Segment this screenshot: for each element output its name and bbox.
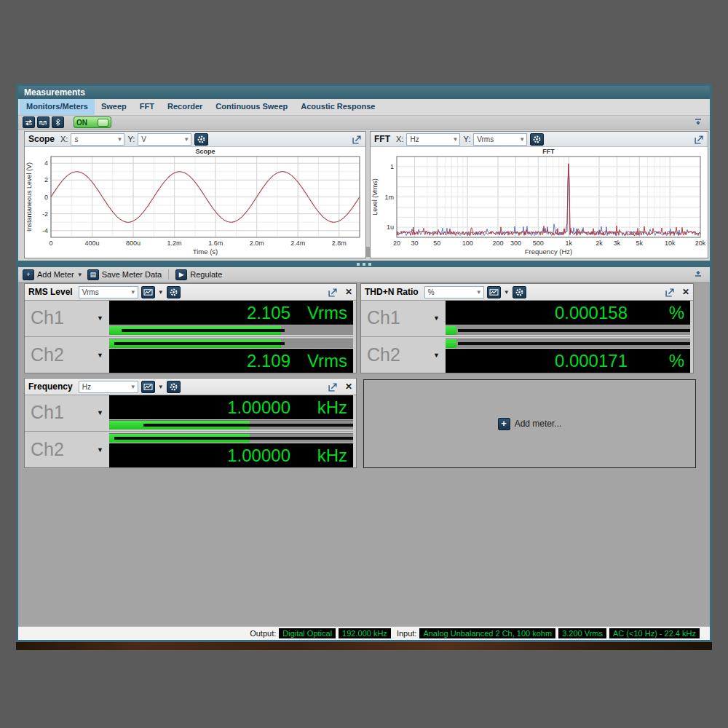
scope-panel-header: Scope X: s▼ Y: V▼ (25, 132, 365, 147)
rms-popout-icon[interactable] (328, 288, 338, 297)
scope-x-unit-select[interactable]: s▼ (71, 133, 124, 146)
meter-value: 2.105 (247, 303, 290, 323)
chevron-down-icon: ▼ (97, 314, 103, 322)
frequency-popout-icon[interactable] (328, 382, 338, 392)
rms-unit-select[interactable]: Vrms▼ (79, 286, 138, 298)
svg-text:1m: 1m (384, 194, 394, 201)
thd-ch1-selector[interactable]: Ch1 ▼ (361, 300, 446, 336)
rms-ch1-selector[interactable]: Ch1 ▼ (25, 300, 109, 336)
meter-channel-row: Ch1 ▼ 1.00000 kHz (25, 395, 353, 430)
close-icon[interactable]: ✕ (345, 381, 352, 392)
thd-ch2-selector[interactable]: Ch2 ▼ (361, 337, 446, 373)
svg-text:1k: 1k (565, 240, 572, 247)
svg-text:20k: 20k (695, 240, 706, 247)
scope-y-label: Y: (127, 135, 135, 143)
fft-y-unit-value: Vrms (477, 135, 494, 143)
tab-fft[interactable]: FFT (133, 99, 161, 115)
rms-ch2-selector[interactable]: Ch2 ▼ (25, 337, 109, 373)
meter-unit: % (628, 351, 684, 371)
svg-text:1: 1 (390, 163, 394, 170)
channel-name: Ch1 (31, 402, 64, 423)
bluetooth-icon[interactable] (52, 116, 64, 128)
display-mode-icon[interactable] (487, 286, 501, 298)
freq-ch2-display: 1.00000 kHz (109, 443, 353, 467)
output-device-badge[interactable]: Digital Optical (279, 628, 336, 638)
thd-popout-icon[interactable] (665, 288, 675, 297)
add-meter-button[interactable]: + Add Meter ▼ (23, 269, 83, 280)
thd-meter-title: THD+N Ratio (365, 287, 419, 297)
display-mode-icon[interactable] (141, 381, 155, 393)
display-mode-icon[interactable] (141, 286, 155, 298)
add-meter-placeholder[interactable]: + Add meter... (363, 379, 696, 468)
scope-x-label: X: (60, 135, 68, 143)
meters-area: RMS Level Vrms▼ ▼ ✕ (18, 282, 710, 627)
svg-text:1.6m: 1.6m (208, 240, 223, 247)
scope-panel-title: Scope (28, 134, 55, 144)
svg-text:Frequency (Hz): Frequency (Hz) (525, 248, 572, 256)
fft-panel-title: FFT (374, 134, 390, 144)
svg-text:30: 30 (411, 240, 418, 247)
tab-sweep[interactable]: Sweep (95, 99, 133, 115)
meter-bar (109, 433, 353, 443)
svg-text:20: 20 (393, 240, 400, 247)
generator-waveform-icon[interactable] (37, 116, 50, 128)
chevron-down-icon[interactable]: ▼ (158, 289, 164, 296)
frequency-unit-select[interactable]: Hz▼ (79, 381, 138, 393)
svg-text:-2: -2 (42, 210, 48, 218)
regulate-button[interactable]: ▶ Regulate (175, 269, 222, 280)
scope-x-unit-value: s (74, 135, 78, 143)
chevron-down-icon: ▼ (130, 289, 136, 296)
status-bar: Output: Digital Optical 192.000 kHz Inpu… (18, 626, 710, 640)
tab-continuous-sweep[interactable]: Continuous Sweep (209, 99, 294, 115)
chevron-down-icon: ▼ (433, 352, 440, 359)
fft-plot-svg[interactable]: 2030501002003005001k2k3k5k10k20k11m1uFFT… (371, 147, 708, 258)
window-title: Measurements (24, 87, 85, 98)
svg-text:2: 2 (44, 176, 48, 183)
input-config-badge[interactable]: Analog Unbalanced 2 Ch, 100 kohm (419, 628, 555, 638)
svg-text:5k: 5k (636, 240, 644, 247)
signal-path-icon[interactable] (23, 116, 35, 128)
output-sample-rate-badge[interactable]: 192.000 kHz (339, 628, 391, 638)
fft-y-unit-select[interactable]: Vrms▼ (473, 133, 527, 146)
channel-name: Ch1 (367, 307, 400, 328)
thd-ch2-display: 0.000171 % (446, 349, 690, 373)
meter-unit: kHz (290, 446, 347, 466)
input-bandwidth-badge[interactable]: AC (<10 Hz) - 22.4 kHz (609, 628, 700, 638)
scope-popout-icon[interactable] (352, 135, 362, 144)
meter-bar (109, 339, 353, 348)
thd-unit-select[interactable]: %▼ (424, 286, 484, 298)
scope-y-unit-select[interactable]: V▼ (138, 133, 191, 146)
window-titlebar[interactable]: Measurements (18, 86, 710, 99)
save-meter-data-button[interactable]: ▤ Save Meter Data (87, 269, 162, 280)
meter-bar (109, 420, 353, 430)
thd-ch1-display: 0.000158 % (446, 301, 690, 325)
desktop-background: Measurements Monitors/Meters Sweep FFT R… (0, 0, 728, 728)
scope-settings-gear-icon[interactable] (194, 133, 208, 146)
freq-ch1-display: 1.00000 kHz (109, 395, 353, 419)
close-icon[interactable]: ✕ (345, 287, 352, 297)
freq-ch1-selector[interactable]: Ch1 ▼ (25, 395, 109, 430)
chevron-down-icon[interactable]: ▼ (504, 289, 510, 296)
freq-ch2-selector[interactable]: Ch2 ▼ (25, 432, 109, 467)
chevron-down-icon: ▼ (97, 446, 103, 454)
svg-text:10k: 10k (665, 240, 676, 247)
input-range-badge[interactable]: 3.200 Vrms (558, 628, 606, 638)
output-on-toggle[interactable]: ON (74, 116, 111, 128)
pin-panel-icon[interactable] (694, 269, 703, 280)
thd-settings-gear-icon[interactable] (513, 286, 526, 298)
chevron-down-icon: ▼ (433, 314, 440, 322)
tab-acoustic-response[interactable]: Acoustic Response (294, 99, 381, 115)
chevron-down-icon: ▼ (130, 384, 136, 390)
fft-popout-icon[interactable] (695, 135, 704, 144)
pin-panel-icon[interactable] (694, 116, 703, 129)
close-icon[interactable]: ✕ (682, 287, 689, 297)
fft-x-unit-select[interactable]: Hz▼ (406, 133, 460, 146)
scope-plot-svg[interactable]: 0400u800u1.2m1.6m2.0m2.4m2.8m420-2-4Scop… (25, 147, 365, 258)
tab-recorder[interactable]: Recorder (161, 99, 209, 115)
tab-monitors-meters[interactable]: Monitors/Meters (20, 99, 95, 115)
horizontal-splitter[interactable] (18, 261, 710, 267)
frequency-settings-gear-icon[interactable] (167, 381, 181, 393)
chevron-down-icon[interactable]: ▼ (158, 384, 164, 390)
rms-settings-gear-icon[interactable] (167, 286, 181, 298)
fft-settings-gear-icon[interactable] (530, 133, 544, 146)
